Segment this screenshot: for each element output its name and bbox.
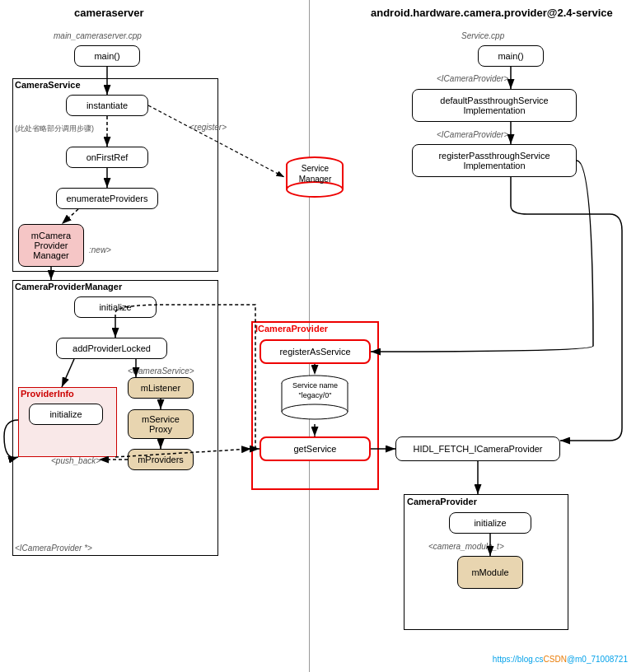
enumerateProviders-node: enumerateProviders bbox=[56, 188, 158, 209]
cameraservice-inner-label: <CameraService> bbox=[128, 366, 194, 376]
new-label: :new> bbox=[89, 245, 111, 254]
right-column-header: android.hardware.camera.provider@2.4-ser… bbox=[371, 7, 613, 19]
hidl-fetch-node: HIDL_FETCH_ICameraProvider bbox=[395, 436, 560, 461]
svg-point-9 bbox=[282, 404, 348, 419]
service-name-cylinder: Service name "legacy/0" bbox=[280, 375, 350, 424]
getService-node: getService bbox=[260, 436, 371, 461]
registerPassthrough-node: registerPassthroughService Implementatio… bbox=[412, 144, 577, 177]
defaultPassthrough-node: defaultPassthroughService Implementation bbox=[412, 89, 577, 122]
icameraprovider-box-label: ICameraProvider bbox=[255, 324, 328, 334]
service-manager-cylinder: Service Manager bbox=[284, 156, 346, 202]
mServiceProxy-node: mService Proxy bbox=[128, 409, 194, 439]
watermark: https://blog.csCSDN@m0_71008721 bbox=[493, 654, 628, 664]
left-file-label: main_cameraserver.cpp bbox=[54, 31, 142, 40]
left-column-header: cameraserver bbox=[74, 7, 144, 19]
mCameraProviderManager-node: mCamera Provider Manager bbox=[18, 224, 84, 267]
omit-label: (此处省略部分调用步骤) bbox=[15, 124, 105, 134]
instantiate-node: instantiate bbox=[66, 95, 148, 116]
diagram-container: cameraserver android.hardware.camera.pro… bbox=[0, 0, 636, 672]
addProviderLocked-node: addProviderLocked bbox=[56, 338, 167, 359]
providerInfo-initialize-node: initialize bbox=[29, 404, 103, 425]
service-name-label: Service name "legacy/0" bbox=[280, 381, 350, 400]
cpm-box-label: CameraProviderManager bbox=[15, 282, 122, 292]
mListener-node: mListener bbox=[128, 377, 194, 399]
left-main-node: main() bbox=[74, 45, 140, 67]
camera-module-label: <camera_module_t> bbox=[428, 542, 504, 551]
right-file-label: Service.cpp bbox=[461, 31, 504, 40]
right-main-node: main() bbox=[478, 45, 544, 67]
right-icameraprovider-label2: <ICameraProvider> bbox=[437, 130, 508, 139]
pushback-label: <push_back> bbox=[51, 456, 101, 465]
right-icameraprovider-label1: <ICameraProvider> bbox=[437, 74, 508, 83]
service-manager-label: Service Manager bbox=[284, 163, 346, 184]
cameraprovider-box-label: CameraProvider bbox=[407, 497, 477, 506]
mModule-node: mModule bbox=[457, 556, 523, 589]
registerAsService-node: registerAsService bbox=[260, 339, 371, 364]
cam-initialize-node: initialize bbox=[449, 512, 531, 534]
icameraprovider-ptr-label: <ICameraProvider *> bbox=[15, 544, 92, 553]
camera-service-label: CameraService bbox=[15, 80, 81, 90]
providerInfo-label: ProviderInfo bbox=[21, 389, 74, 399]
onFirstRef-node: onFirstRef bbox=[66, 147, 148, 168]
mProviders-node: mProviders bbox=[128, 449, 194, 470]
cpm-initialize-node: initialize bbox=[74, 296, 157, 318]
